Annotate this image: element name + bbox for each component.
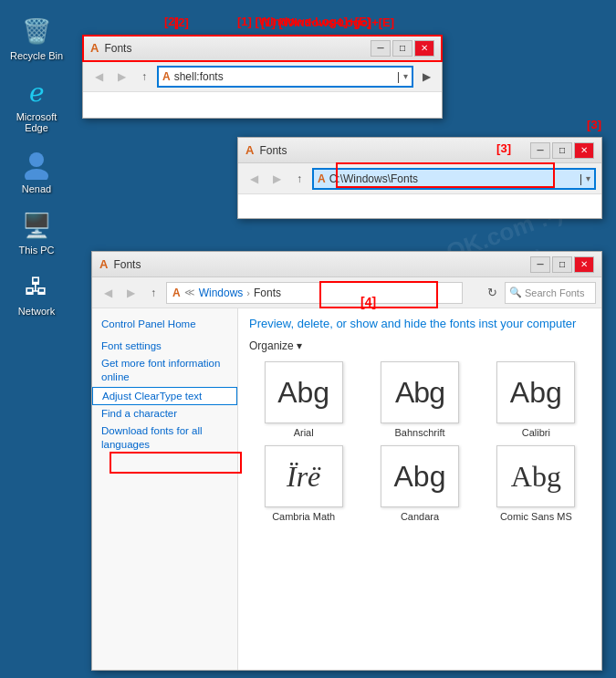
win3-back-btn[interactable]: ◀ bbox=[98, 283, 118, 303]
win1-go-btn[interactable]: ▶ bbox=[416, 67, 436, 87]
organize-button[interactable]: Organize ▾ bbox=[249, 339, 302, 352]
font-tile-comic-sans[interactable]: Abg Comic Sans MS bbox=[482, 445, 590, 522]
annotation-3-label: [3] bbox=[587, 118, 601, 131]
font-preview-bahnschrift: Abg bbox=[381, 361, 459, 423]
win2-controls: ─ □ ✕ bbox=[530, 142, 594, 159]
win3-bc-fonts: Fonts bbox=[254, 287, 281, 299]
win2-minimize[interactable]: ─ bbox=[530, 142, 550, 159]
win2-navbar: ◀ ▶ ↑ A C:\Windows\Fonts | ▾ bbox=[238, 163, 601, 194]
win1-address-bar: A shell:fonts | ▾ bbox=[157, 66, 413, 88]
win3-titlebar: A Fonts ─ □ ✕ bbox=[92, 252, 601, 277]
sidebar-get-more-info[interactable]: Get more font information online bbox=[92, 354, 237, 387]
win3-close[interactable]: ✕ bbox=[574, 256, 594, 273]
win3-refresh-btn[interactable]: ↻ bbox=[482, 283, 502, 303]
win1-address-dropdown[interactable]: ▾ bbox=[403, 71, 408, 81]
recycle-bin-icon[interactable]: 🗑️ Recycle Bin bbox=[1, 9, 72, 67]
font-name-candara: Candara bbox=[401, 511, 439, 522]
win2-forward-btn[interactable]: ▶ bbox=[266, 169, 287, 189]
win1-address-text[interactable]: shell:fonts bbox=[174, 70, 393, 83]
font-tile-cambria-math[interactable]: Ïrë Cambria Math bbox=[249, 445, 358, 522]
desktop-icons: 🗑️ Recycle Bin ℯ Microsoft Edge Nenad 🖥️… bbox=[0, 0, 73, 326]
win1-controls: ─ □ ✕ bbox=[371, 40, 434, 57]
nenad-image bbox=[20, 148, 53, 181]
microsoft-edge-icon[interactable]: ℯ Microsoft Edge bbox=[1, 70, 72, 139]
fonts-header: Preview, delete, or show and hide the fo… bbox=[249, 316, 590, 332]
win2-close[interactable]: ✕ bbox=[574, 142, 594, 159]
win3-minimize[interactable]: ─ bbox=[530, 256, 550, 273]
win3-address-bar[interactable]: A ≪ Windows › Fonts bbox=[166, 282, 463, 304]
win1-back-btn[interactable]: ◀ bbox=[89, 67, 109, 87]
win1-up-btn[interactable]: ↑ bbox=[134, 67, 154, 87]
win3-title: Fonts bbox=[113, 258, 141, 271]
win2-address-text[interactable]: C:\Windows\Fonts bbox=[329, 172, 576, 185]
win1-navbar: ◀ ▶ ↑ A shell:fonts | ▾ ▶ bbox=[83, 61, 442, 92]
win3-forward-btn[interactable]: ▶ bbox=[120, 283, 141, 303]
edge-image: ℯ bbox=[20, 76, 53, 109]
this-pc-icon[interactable]: 🖥️ This PC bbox=[1, 203, 72, 261]
win2-titlebar: A Fonts ─ □ ✕ bbox=[238, 138, 601, 163]
font-preview-calibri: Abg bbox=[496, 361, 575, 423]
win1-minimize[interactable]: ─ bbox=[371, 40, 391, 57]
win1-address-icon: A bbox=[162, 70, 171, 83]
win3-search-box[interactable]: 🔍 Search Fonts bbox=[505, 282, 596, 304]
sidebar-download-fonts[interactable]: Download fonts for all languages bbox=[92, 422, 237, 454]
win2-address-icon: A bbox=[318, 172, 326, 185]
desktop: 🗑️ Recycle Bin ℯ Microsoft Edge Nenad 🖥️… bbox=[0, 0, 616, 678]
win3-bc-sep1: ≪ bbox=[184, 287, 195, 298]
font-name-comic-sans: Comic Sans MS bbox=[500, 511, 572, 522]
win3-search-text: Search Fonts bbox=[525, 287, 584, 298]
svg-point-0 bbox=[29, 152, 44, 167]
organize-bar: Organize ▾ bbox=[249, 339, 590, 352]
font-name-arial: Arial bbox=[294, 427, 314, 438]
win2-maximize[interactable]: □ bbox=[552, 142, 572, 159]
win1-title: Fonts bbox=[104, 42, 131, 55]
annotation-2-label: [2] bbox=[174, 16, 189, 29]
win3-bc-arr: › bbox=[246, 287, 250, 298]
window-cwf: A Fonts ─ □ ✕ ◀ ▶ ↑ A C:\Windows\Fonts |… bbox=[237, 137, 602, 219]
network-icon[interactable]: 🖧 Network bbox=[1, 265, 72, 322]
fonts-grid: Abg Arial Abg Bahnschrift Abg bbox=[249, 361, 590, 522]
sidebar-control-panel-home[interactable]: Control Panel Home bbox=[92, 316, 237, 332]
font-tile-bahnschrift[interactable]: Abg Bahnschrift bbox=[365, 361, 474, 438]
win3-search-icon: 🔍 bbox=[509, 287, 522, 298]
win3-icon: A bbox=[99, 257, 108, 271]
win3-maximize[interactable]: □ bbox=[552, 256, 572, 273]
win2-icon: A bbox=[245, 143, 254, 157]
annotation-1-label: [1] [Windows-Logo]+[E] bbox=[261, 16, 394, 29]
win2-cursor: | bbox=[579, 172, 582, 185]
recycle-bin-image: 🗑️ bbox=[20, 15, 53, 47]
win3-body: Control Panel Home Font settings Get mor… bbox=[92, 308, 601, 670]
win1-forward-btn[interactable]: ▶ bbox=[111, 67, 131, 87]
font-name-calibri: Calibri bbox=[522, 427, 550, 438]
win2-back-btn[interactable]: ◀ bbox=[244, 169, 264, 189]
win1-icon: A bbox=[90, 41, 99, 55]
sidebar-adjust-cleartype[interactable]: Adjust ClearType text bbox=[92, 387, 237, 405]
win2-title: Fonts bbox=[259, 144, 287, 157]
win1-titlebar: A Fonts ─ □ ✕ bbox=[83, 36, 442, 61]
font-tile-calibri[interactable]: Abg Calibri bbox=[482, 361, 590, 438]
win3-controls: ─ □ ✕ bbox=[530, 256, 594, 273]
sidebar-find-character[interactable]: Find a character bbox=[92, 405, 237, 422]
svg-point-1 bbox=[25, 169, 48, 180]
edge-label: Microsoft Edge bbox=[8, 111, 65, 133]
sidebar-font-settings[interactable]: Font settings bbox=[92, 338, 237, 354]
win3-up-btn[interactable]: ↑ bbox=[143, 283, 163, 303]
network-label: Network bbox=[18, 306, 55, 317]
win1-close[interactable]: ✕ bbox=[414, 40, 434, 57]
font-name-bahnschrift: Bahnschrift bbox=[394, 427, 444, 438]
font-tile-candara[interactable]: Abg Candara bbox=[365, 445, 474, 522]
win2-up-btn[interactable]: ↑ bbox=[289, 169, 309, 189]
win3-main: Preview, delete, or show and hide the fo… bbox=[238, 308, 601, 670]
win3-navbar: ◀ ▶ ↑ A ≪ Windows › Fonts ↻ 🔍 Search Fon… bbox=[92, 277, 601, 308]
nenad-icon[interactable]: Nenad bbox=[1, 142, 72, 200]
network-image: 🖧 bbox=[20, 270, 53, 303]
win3-address-icon: A bbox=[172, 287, 181, 299]
win3-bc-windows[interactable]: Windows bbox=[199, 287, 244, 299]
font-preview-arial: Abg bbox=[265, 361, 343, 423]
font-name-cambria-math: Cambria Math bbox=[272, 511, 335, 522]
font-tile-arial[interactable]: Abg Arial bbox=[249, 361, 358, 438]
window-shell-fonts: A Fonts ─ □ ✕ ◀ ▶ ↑ A shell:fonts | ▾ ▶ … bbox=[82, 35, 443, 119]
win1-maximize[interactable]: □ bbox=[392, 40, 412, 57]
win2-address-dropdown[interactable]: ▾ bbox=[586, 173, 590, 183]
this-pc-label: This PC bbox=[18, 245, 54, 256]
